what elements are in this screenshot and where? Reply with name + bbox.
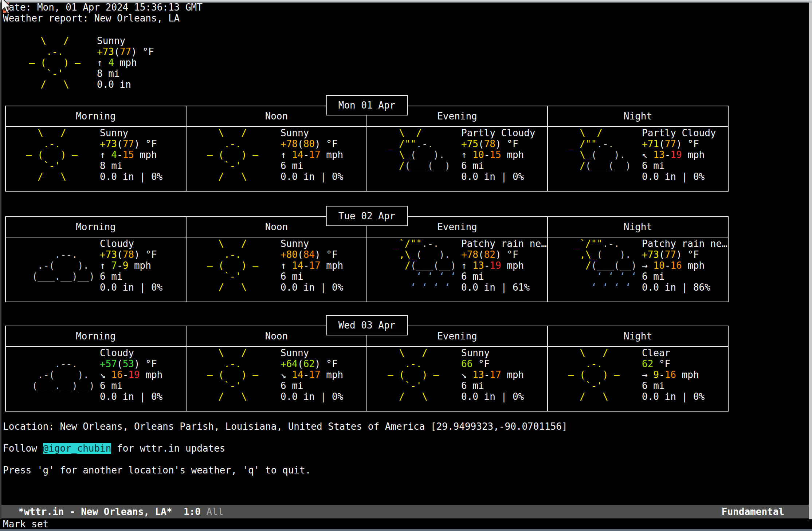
follow-suffix: for wttr.in updates [111,443,225,454]
text-token: 9 [123,260,129,271]
day-title-box: Wed 03 Apr [326,315,408,335]
text-token: 6 mi [281,160,303,171]
text-token: \ / [388,347,428,358]
text-token: (___(__) [591,260,637,271]
text-token: - [123,369,129,380]
text-token: 19 [128,369,140,380]
text-token: / \ [388,391,428,402]
text-token: ― ( ) ― [26,149,78,160]
text-token: 78 [123,249,134,260]
emacs-modeline[interactable]: *wttr.in - New Orleans, LA* 1:0 All Fund… [0,505,812,519]
col-header-night: Night [547,326,728,346]
text-token: 16 [670,260,682,271]
text-line: ↑ 4 mph [97,57,154,68]
text-token: mph [140,369,163,380]
day-title-box: Mon 01 Apr [326,95,408,115]
text-token: ― ( ) ― [207,149,258,160]
text-token: +78 [281,138,298,149]
weather-art-icon: \ / .-.― ( ) ― `-' / \ [367,347,461,411]
report-header: Date: Mon, 01 Apr 2024 15:36:13 GMT Weat… [3,2,203,24]
text-token: / \ [207,171,247,182]
text-token: `-' [29,68,63,79]
day-title: Tue 02 Apr [338,211,396,221]
text-token: _`/"" [388,238,422,249]
window-top-edge [0,0,812,3]
text-token: ― ( ) ― [29,57,81,68]
text-line: ↘ 16-19 mph [100,369,186,380]
scrollbar[interactable] [809,3,812,519]
text-line: +73(77) °F [100,138,186,149]
text-token: (___.__)__) [26,380,95,391]
forecast-cell-evening: \ / .-.― ( ) ― `-' / \ Sunny66 °F↘ 13-17… [366,347,547,411]
text-line: /(___(__) [568,160,642,171]
text-token: - [665,260,671,271]
text-token: +78 [461,249,478,260]
text-line: 66 °F [461,358,547,369]
text-token: ) °F [134,138,157,149]
text-token: mph [682,149,705,160]
text-token: Patchy rain ne… [461,238,547,249]
forecast-info: Sunny+80(84) °F↑ 14-17 mph6 mi0.0 in | 0… [281,238,366,302]
text-token: 14 [292,369,303,380]
forecast-info: Sunny66 °F↘ 13-17 mph6 mi0.0 in | 0% [461,347,547,411]
forecast-day-wed: Wed 03 Apr Morning Noon Evening Night .-… [5,326,729,412]
col-header-morning: Morning [6,217,186,237]
text-token: mph [128,260,151,271]
col-header-morning: Morning [6,106,186,126]
text-line: ,\_( ). [388,249,461,260]
text-line: `-' [207,160,281,171]
text-token: (___(__) [585,160,631,171]
text-token: 13 [472,369,484,380]
text-token: ( [478,138,484,149]
text-token: `-' [207,160,241,171]
text-line: Cloudy [100,347,186,358]
text-token: 6 mi [461,160,484,171]
text-line: ― ( ) ― [568,369,642,380]
text-token: ( [659,249,665,260]
text-line: 0.0 in | 61% [461,282,547,293]
text-token: mph [114,57,137,68]
text-line: .-. [388,358,461,369]
text-token: 0.0 in | 0% [100,282,162,293]
text-line: .--. [26,249,100,260]
text-line: .-( ). [26,369,100,380]
current-conditions: \ / .-.― ( ) ― `-' / \ Sunny+73(77) °F↑ … [3,35,154,90]
text-token: .-. [207,358,241,369]
text-line: +57(53) °F [100,358,186,369]
text-line: Partly Cloudy [642,127,728,138]
text-token: 14 [292,149,303,160]
text-token: 82 [484,249,495,260]
text-token: 17 [309,260,320,271]
text-line: _ /"".-. [568,138,642,149]
text-token: 17 [490,369,501,380]
text-line: +71(77) °F [642,138,728,149]
text-token: 13 [653,149,664,160]
table-body-row: \ / .-.― ( ) ― `-' / \ Sunny+73(77) °F↑ … [6,127,728,191]
text-line: 8 mi [97,68,154,79]
text-line: 62 °F [642,358,728,369]
text-line: +78(82) °F [461,249,547,260]
weather-art-icon: \ / .-.― ( ) ― `-' / \ [548,347,642,411]
text-line: ʻ ʻ ʻ ʻ [388,271,461,282]
text-token: 0.0 in | 0% [281,391,343,402]
text-token: `-' [26,160,60,171]
text-line: ʻ ʻ ʻ ʻ [568,271,642,282]
text-token: \ / [568,127,603,138]
text-line: → 10-16 mph [642,260,728,271]
text-token: ( ). [591,149,625,160]
major-mode-label[interactable]: Fundamental [722,506,784,517]
text-line: 0.0 in | 0% [642,391,728,402]
text-token: - [484,369,490,380]
text-token: Clear [642,347,670,358]
text-line: Sunny [461,347,547,358]
text-token: (___.__)__) [26,271,95,282]
text-token: ʻ ʻ ʻ ʻ [388,282,450,293]
twitter-handle-link[interactable]: @igor_chubin [43,443,111,454]
text-token: ( [659,138,665,149]
text-line: _`/"".-. [568,238,642,249]
text-token: mph [682,260,705,271]
text-token: .-. [603,238,620,249]
text-line: 6 mi [461,271,547,282]
text-token: .--. [26,358,78,369]
text-token: - [665,149,671,160]
